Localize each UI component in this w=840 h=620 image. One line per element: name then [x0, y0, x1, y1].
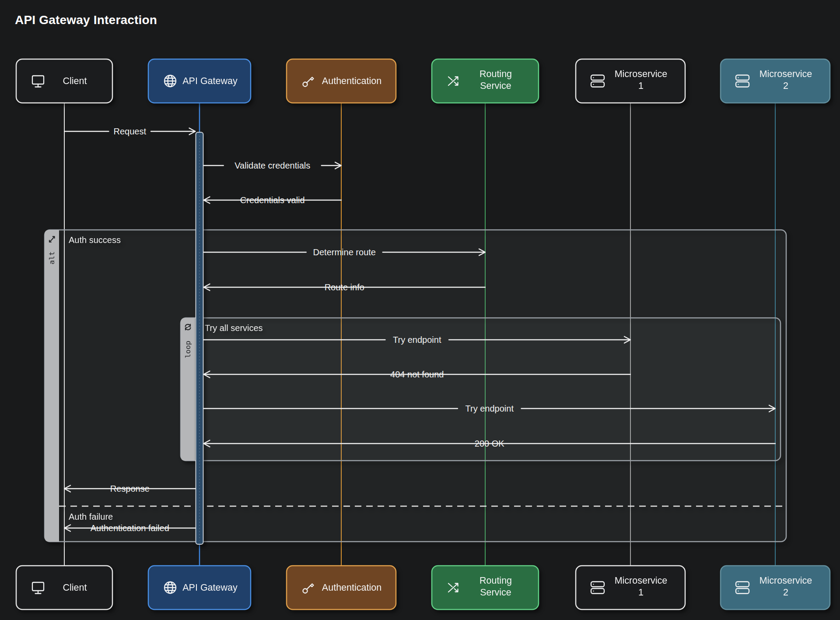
message-label: 404 not found [390, 370, 444, 379]
participant-label: Microservice [615, 69, 668, 79]
message-label: Credentials valid [240, 195, 305, 205]
participant-label: 2 [783, 81, 788, 91]
participant-label: Service [480, 587, 511, 598]
participant-label: Client [63, 76, 87, 86]
message-credentials-valid: Credentials valid [204, 195, 342, 205]
participant-ms2-bottom: Microservice2 [721, 566, 830, 609]
message-label: Response [110, 484, 150, 493]
participant-client-bottom: Client [16, 566, 112, 609]
sequence-diagram: altAuth successAuth failureloopTry all s… [0, 0, 840, 620]
activation-bar [196, 132, 203, 544]
participant-label: 2 [783, 587, 788, 598]
participant-label: Routing [480, 575, 512, 586]
participant-label: Client [63, 582, 87, 593]
message-label: Route info [325, 282, 364, 292]
participant-label: Routing [480, 69, 512, 79]
participant-label: Authentication [322, 76, 382, 86]
participant-label: Microservice [615, 575, 668, 586]
alt-block-tag: alt [48, 251, 56, 264]
participant-label: 1 [638, 587, 644, 598]
participant-gateway-bottom: API Gateway [148, 566, 251, 609]
participant-label: Authentication [322, 582, 382, 593]
participant-label: Microservice [760, 69, 812, 79]
participant-auth-top: Authentication [287, 59, 396, 103]
alt-section-label: Auth success [69, 235, 121, 245]
participant-ms1-top: Microservice1 [576, 59, 685, 103]
message-label: Try endpoint [393, 335, 441, 345]
loop-section-label: Try all services [205, 323, 263, 333]
participant-label: Service [480, 81, 511, 91]
participant-gateway-top: API Gateway [148, 59, 251, 103]
message-request: Request [64, 127, 196, 136]
message-label: Validate credentials [234, 161, 310, 170]
participant-label: API Gateway [182, 76, 238, 86]
sequence-diagram-canvas: API Gateway Interaction altAuth successA… [0, 0, 840, 620]
participant-ms1-bottom: Microservice1 [576, 566, 685, 609]
participant-ms2-top: Microservice2 [721, 59, 830, 103]
message-label: Determine route [313, 247, 376, 257]
participant-client-top: Client [16, 59, 112, 103]
participant-routing-bottom: RoutingService [432, 566, 539, 609]
message-label: Authentication failed [91, 523, 169, 533]
participant-label: API Gateway [182, 582, 238, 593]
participant-auth-bottom: Authentication [287, 566, 396, 609]
participant-routing-top: RoutingService [432, 59, 539, 103]
message-label: 200 OK [475, 439, 504, 448]
participant-label: 1 [638, 81, 644, 91]
participant-label: Microservice [760, 575, 812, 586]
message-validate-credentials: Validate credentials [204, 161, 342, 170]
message-label: Request [114, 127, 147, 136]
loop-block-tag: loop [184, 341, 192, 358]
alt-section-label: Auth failure [69, 512, 113, 521]
message-label: Try endpoint [466, 404, 514, 413]
alt-block-tab [45, 230, 59, 542]
loop-block-tab [181, 318, 195, 461]
